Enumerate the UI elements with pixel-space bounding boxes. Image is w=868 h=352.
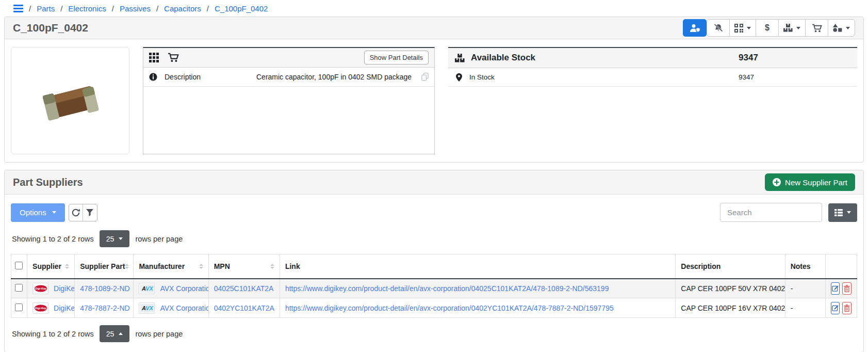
page-size-value: 25 <box>106 330 114 338</box>
sort-icon <box>270 264 274 269</box>
digikey-logo: Digi-Key <box>32 283 48 294</box>
stock-card-header: Available Stock 9347 <box>448 48 857 68</box>
bell-slash-icon <box>713 24 724 32</box>
svg-text:Digi-Key: Digi-Key <box>35 287 47 290</box>
available-stock-total: 9347 <box>739 53 758 63</box>
manufacturer-link[interactable]: AVX Corporation <box>160 284 208 293</box>
breadcrumb-separator: / <box>207 4 209 13</box>
part-detail-panel: C_100pF_0402 <box>4 17 864 163</box>
chevron-down-icon <box>747 27 751 29</box>
breadcrumb-separator: / <box>29 4 31 13</box>
column-label: Description <box>681 262 720 270</box>
info-circle-icon <box>149 73 157 81</box>
external-url-link[interactable]: https://www.digikey.com/product-detail/e… <box>285 284 609 293</box>
pagination-info-bottom: Showing 1 to 2 of 2 rows 25 rows per pag… <box>12 325 857 342</box>
sort-icon <box>125 264 129 269</box>
boxes-icon <box>455 54 465 62</box>
part-panel-header: C_100pF_0402 <box>5 17 863 39</box>
order-part-button[interactable] <box>806 20 828 36</box>
column-header-description[interactable]: Description <box>676 254 785 279</box>
column-header-supplier[interactable]: Supplier <box>27 254 75 279</box>
manufacturer-link[interactable]: AVX Corporation <box>160 304 208 312</box>
show-part-details-button[interactable]: Show Part Details <box>364 51 429 65</box>
breadcrumb-item-electronics[interactable]: Electronics <box>68 4 106 13</box>
delete-supplier-part-button[interactable] <box>842 282 851 295</box>
qrcode-icon <box>734 24 743 33</box>
subscribe-button[interactable] <box>683 19 707 37</box>
select-all-checkbox[interactable] <box>15 262 23 269</box>
rows-per-page-label: rows per page <box>135 235 183 243</box>
row-checkbox[interactable] <box>15 284 23 292</box>
supplier-part-link[interactable]: 478-1089-2-ND <box>80 284 130 293</box>
breadcrumb-item-passives[interactable]: Passives <box>120 4 151 13</box>
refresh-button[interactable] <box>69 204 83 221</box>
copy-icon[interactable] <box>421 73 429 81</box>
delete-supplier-part-button[interactable] <box>842 302 851 314</box>
mpn-link[interactable]: 0402YC101KAT2A <box>214 304 274 312</box>
notes-cell: - <box>785 298 825 318</box>
in-stock-label: In Stock <box>469 73 495 81</box>
showing-rows-text: Showing 1 to 2 of 2 rows <box>12 330 94 338</box>
breadcrumb-item-capacitors[interactable]: Capacitors <box>164 4 201 13</box>
options-dropdown-button[interactable]: Options <box>11 203 65 222</box>
cart-icon[interactable] <box>168 53 179 62</box>
columns-dropdown-button[interactable] <box>828 203 857 222</box>
hamburger-menu-icon[interactable] <box>13 5 23 12</box>
part-icon-button-group: $ <box>707 19 855 37</box>
page-size-value: 25 <box>106 235 114 243</box>
breadcrumb-separator: / <box>60 4 62 13</box>
supplier-link[interactable]: DigiKey <box>54 284 75 293</box>
table-columns-icon <box>834 209 843 216</box>
chevron-down-icon <box>119 237 123 240</box>
boxes-icon <box>783 24 793 32</box>
breadcrumb-item-current-part[interactable]: C_100pF_0402 <box>215 4 268 13</box>
user-shield-icon <box>690 24 700 33</box>
in-stock-row: In Stock 9347 <box>448 68 857 87</box>
notes-cell: - <box>785 279 825 298</box>
filter-button[interactable] <box>83 204 97 221</box>
description-value: Ceramic capacitor, 100pF in 0402 SMD pac… <box>256 73 412 81</box>
page-size-dropdown[interactable]: 25 <box>100 325 130 342</box>
column-header-manufacturer[interactable]: Manufacturer <box>134 254 208 279</box>
column-header-supplier-part[interactable]: Supplier Part <box>75 254 134 279</box>
breadcrumb: / Parts / Electronics / Passives / Capac… <box>0 0 868 17</box>
plus-circle-icon <box>773 178 781 186</box>
search-input[interactable] <box>720 203 822 222</box>
pricing-button[interactable]: $ <box>756 20 779 36</box>
description-cell: CAP CER 100PF 50V X7R 0402 <box>676 279 785 298</box>
mpn-link[interactable]: 04025C101KAT2A <box>214 284 274 293</box>
external-url-link[interactable]: https://www.digikey.com/product-detail/e… <box>285 304 614 312</box>
suppliers-panel-body: Options <box>5 195 863 352</box>
supplier-part-link[interactable]: 478-7887-2-ND <box>80 304 130 312</box>
chevron-down-icon <box>52 211 56 214</box>
part-thumbnail[interactable] <box>11 47 129 154</box>
row-checkbox[interactable] <box>15 303 23 311</box>
edit-supplier-part-button[interactable] <box>831 302 840 314</box>
column-header-notes[interactable]: Notes <box>785 254 825 279</box>
in-stock-value: 9347 <box>739 73 754 81</box>
svg-text:AVX: AVX <box>141 285 153 292</box>
svg-text:Digi-Key: Digi-Key <box>35 307 47 310</box>
digikey-logo: Digi-Key <box>32 302 48 314</box>
supplier-link[interactable]: DigiKey <box>54 304 75 312</box>
cart-icon <box>812 24 822 33</box>
column-label: MPN <box>214 262 230 270</box>
part-actions-button[interactable] <box>828 20 855 36</box>
breadcrumb-separator: / <box>156 4 158 13</box>
column-header-link[interactable]: Link <box>280 254 675 279</box>
stock-actions-button[interactable] <box>779 20 806 36</box>
grid-icon[interactable] <box>149 53 159 62</box>
breadcrumb-item-parts[interactable]: Parts <box>37 4 55 13</box>
chevron-down-icon <box>796 27 800 29</box>
part-action-toolbar: $ <box>683 19 855 37</box>
page-size-dropdown[interactable]: 25 <box>100 230 130 247</box>
part-details-card: Show Part Details Description Ceramic ca… <box>143 47 435 154</box>
shapes-icon <box>833 24 842 32</box>
new-supplier-part-button[interactable]: New Supplier Part <box>765 173 855 191</box>
page-title: C_100pF_0402 <box>13 22 88 34</box>
notifications-off-button[interactable] <box>707 20 730 36</box>
barcode-actions-button[interactable] <box>730 20 756 36</box>
sort-icon <box>65 264 69 269</box>
column-header-mpn[interactable]: MPN <box>208 254 280 279</box>
edit-supplier-part-button[interactable] <box>831 282 840 295</box>
